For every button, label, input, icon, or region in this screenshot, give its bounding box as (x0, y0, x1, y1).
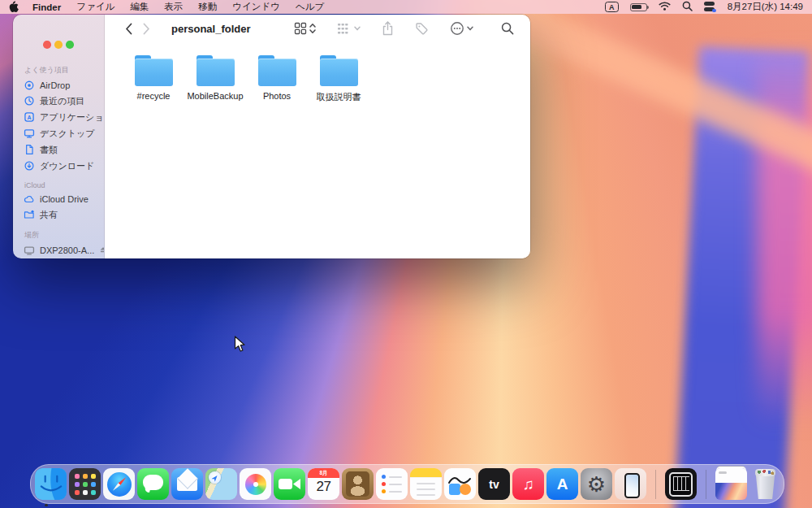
folder-icon (135, 55, 173, 86)
dock-tv-icon[interactable]: tv (478, 468, 510, 500)
sidebar-label: アプリケーション (40, 111, 105, 124)
menu-finder[interactable]: Finder (32, 2, 61, 12)
clock-icon (24, 95, 35, 106)
display-icon (24, 245, 35, 256)
folder-icon (320, 55, 358, 86)
dock-separator (706, 470, 706, 499)
menu-help[interactable]: ヘルプ (296, 1, 324, 13)
folder-name: 取扱説明書 (317, 91, 361, 103)
finder-sidebar: よく使う項目 AirDrop 最近の項目 A アプリケーション デスクトップ 書… (13, 15, 105, 258)
menu-window[interactable]: ウインドウ (232, 1, 280, 13)
dock-maps-icon[interactable] (205, 468, 237, 500)
sidebar-item-downloads[interactable]: ダウンロード (13, 158, 104, 174)
dock-facetime-icon[interactable] (274, 468, 305, 500)
sidebar-item-recents[interactable]: 最近の項目 (13, 93, 104, 109)
shared-folder-icon (24, 209, 35, 220)
spotlight-search-icon[interactable] (682, 1, 693, 13)
apple-menu-icon[interactable] (9, 1, 19, 13)
sidebar-label: iCloud Drive (40, 194, 89, 204)
menu-extra-stack-icon[interactable] (704, 2, 716, 12)
zoom-button[interactable] (66, 41, 74, 49)
finder-running-indicator (45, 504, 48, 507)
back-button[interactable] (119, 20, 137, 37)
input-source-icon[interactable]: A (605, 2, 619, 12)
dock-appstore-icon[interactable]: A (546, 468, 578, 500)
finder-toolbar: personal_folder (105, 15, 530, 42)
tag-button[interactable] (415, 22, 429, 36)
traffic-lights (43, 41, 74, 49)
dock-launchpad-icon[interactable] (69, 468, 101, 500)
folder-item-recycle[interactable]: #recycle (123, 55, 184, 101)
folder-item-mobilebackup[interactable]: MobileBackup (184, 55, 246, 101)
dock-minimized-window-icon[interactable] (715, 468, 747, 500)
mouse-cursor (234, 336, 245, 356)
dock: 8月 27 tv ♫ A ⚙ (30, 464, 784, 504)
view-mode-button[interactable] (294, 22, 316, 35)
airdrop-icon (24, 80, 35, 91)
share-button[interactable] (382, 21, 394, 36)
dock-trash-icon[interactable] (749, 468, 781, 500)
finder-window: よく使う項目 AirDrop 最近の項目 A アプリケーション デスクトップ 書… (13, 15, 530, 258)
dock-separator (655, 470, 656, 499)
sidebar-item-applications[interactable]: A アプリケーション (13, 109, 104, 125)
folder-icon (197, 55, 235, 86)
sidebar-header-favorites: よく使う項目 (13, 65, 104, 77)
dock-reminders-icon[interactable] (376, 468, 408, 500)
dock-freeform-icon[interactable] (444, 468, 476, 500)
wifi-icon[interactable] (659, 2, 671, 12)
sidebar-item-network[interactable]: ネットワーク (13, 258, 104, 258)
sidebar-label: デスクトップ (40, 128, 95, 140)
dock-finder-icon[interactable] (35, 468, 67, 500)
cloud-icon (24, 193, 35, 205)
search-button[interactable] (501, 22, 514, 35)
folder-icon (258, 55, 296, 86)
minimize-button[interactable] (54, 41, 63, 49)
sidebar-item-desktop[interactable]: デスクトップ (13, 125, 104, 141)
dock-music-icon[interactable]: ♫ (512, 468, 544, 500)
sidebar-label: DXP2800-A... (40, 245, 94, 255)
dock-safari-icon[interactable] (103, 468, 135, 500)
sidebar-item-icloud-drive[interactable]: iCloud Drive (13, 191, 104, 206)
menu-file[interactable]: ファイル (76, 1, 114, 13)
dock-photos-icon[interactable] (240, 468, 271, 500)
sidebar-label: ダウンロード (40, 160, 94, 172)
sidebar-label: 共有 (40, 209, 58, 221)
folder-item-manual[interactable]: 取扱説明書 (308, 55, 369, 103)
dock-contacts-icon[interactable] (342, 468, 374, 500)
menu-view[interactable]: 表示 (164, 1, 183, 13)
sidebar-item-shared[interactable]: 共有 (13, 206, 104, 223)
folder-grid: #recycle MobileBackup Photos 取扱説明書 (105, 42, 530, 258)
download-icon (24, 160, 35, 172)
folder-name: #recycle (137, 91, 171, 101)
menu-edit[interactable]: 編集 (130, 1, 149, 13)
battery-icon[interactable] (630, 3, 647, 11)
forward-button[interactable] (137, 20, 155, 37)
finder-main-pane: personal_folder (105, 15, 530, 258)
group-by-button[interactable] (337, 23, 361, 35)
dock-settings-icon[interactable]: ⚙ (581, 468, 612, 500)
sidebar-item-nas-drive[interactable]: DXP2800-A... (13, 242, 104, 258)
sidebar-header-icloud: iCloud (13, 181, 104, 191)
document-icon (24, 144, 35, 155)
more-actions-button[interactable] (450, 21, 473, 36)
sidebar-item-documents[interactable]: 書類 (13, 141, 104, 158)
dock-nas-icon[interactable] (665, 468, 697, 500)
folder-name: Photos (263, 91, 291, 101)
dock-iphone-mirroring-icon[interactable] (615, 468, 646, 500)
sidebar-item-airdrop[interactable]: AirDrop (13, 77, 104, 93)
window-title: personal_folder (171, 23, 251, 35)
dock-messages-icon[interactable] (137, 468, 169, 500)
dock-mail-icon[interactable] (171, 468, 203, 500)
close-button[interactable] (43, 41, 51, 49)
dock-calendar-icon[interactable]: 8月 27 (308, 468, 339, 500)
wallpaper-magenta-strip (757, 45, 812, 427)
folder-item-photos[interactable]: Photos (246, 55, 308, 101)
menu-go[interactable]: 移動 (198, 1, 217, 13)
calendar-month: 8月 (308, 468, 339, 478)
desktop-icon (24, 128, 35, 139)
eject-icon[interactable] (99, 245, 105, 255)
menu-bar-clock[interactable]: 8月27日(水) 14:49 (728, 1, 803, 13)
dock-notes-icon[interactable] (410, 468, 442, 500)
menu-bar: Finder ファイル 編集 表示 移動 ウインドウ ヘルプ A 8月27日(水… (0, 0, 812, 14)
folder-name: MobileBackup (187, 91, 243, 101)
